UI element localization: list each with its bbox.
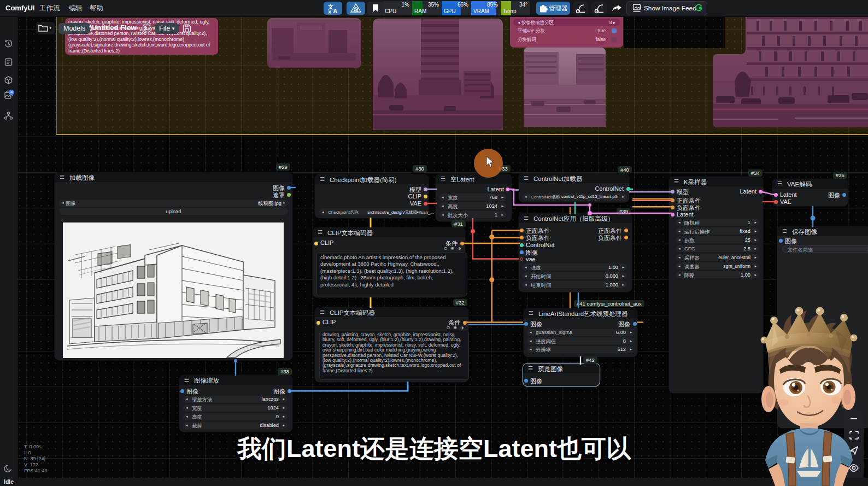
- svg-text:文: 文: [327, 4, 333, 10]
- svg-text:A: A: [333, 8, 338, 14]
